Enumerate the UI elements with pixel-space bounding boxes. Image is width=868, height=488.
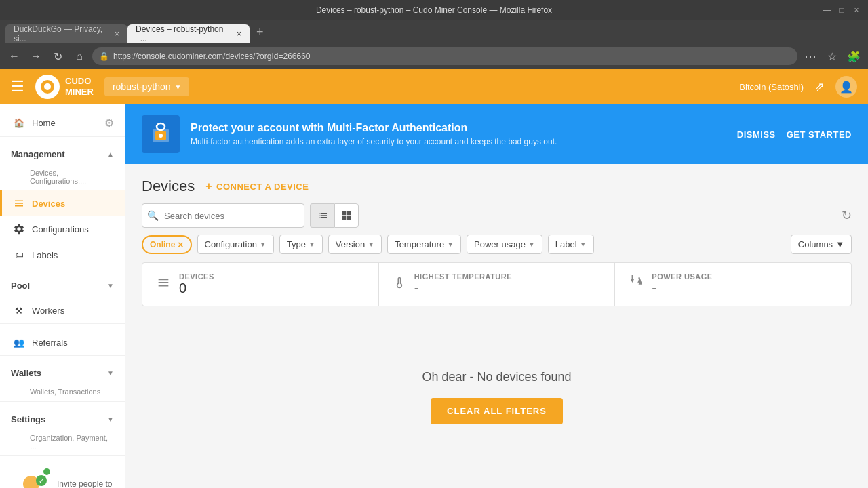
devices-stat-content: DEVICES 0 [179,272,214,296]
list-view-button[interactable] [310,203,334,228]
search-input[interactable] [142,203,304,228]
get-started-button[interactable]: GET STARTED [787,129,852,140]
wallets-expand[interactable]: Wallets ▼ [0,361,125,385]
sidebar-item-labels[interactable]: 🏷 Labels [0,242,125,268]
power-filter[interactable]: Power usage ▼ [467,235,542,254]
online-chip-label: Online [150,240,175,249]
home-button[interactable]: ⌂ [71,47,88,65]
tab-1-close[interactable]: × [115,29,119,39]
tab-2-label: Devices – robust-python –... [136,24,233,43]
currency-label: Bitcoin (Satoshi) [739,82,804,92]
search-icon: 🔍 [147,210,159,221]
temperature-stat-value: - [414,281,512,296]
devices-stat-value: 0 [179,281,214,296]
sidebar-item-configurations[interactable]: Configurations [0,216,125,242]
logo: CUDOMINER [35,75,94,99]
new-tab-button[interactable]: + [250,21,271,43]
sidebar-item-home[interactable]: 🏠 Home ⚙ [0,110,125,136]
clear-all-filters-button[interactable]: CLEAR ALL FILTERS [431,398,563,424]
bookmark-button[interactable]: ☆ [823,47,841,65]
temperature-filter[interactable]: Temperature ▼ [387,235,461,254]
address-input[interactable] [113,52,791,61]
menu-button[interactable]: ⋯ [802,47,819,65]
label-filter-label: Label [555,239,577,249]
connect-device-label: CONNECT A DEVICE [216,182,309,192]
refresh-button[interactable]: ↻ [842,208,852,223]
minimize-button[interactable]: — [822,5,831,15]
settings-expand[interactable]: Settings ▼ [0,407,125,431]
version-filter[interactable]: Version ▼ [328,235,382,254]
wallets-section: Wallets ▼ Wallets, Transactions [0,355,125,401]
empty-message: Oh dear - No devices found [422,370,571,384]
sidebar-workers-label: Workers [32,306,64,316]
type-filter[interactable]: Type ▼ [279,235,323,254]
temperature-stat-label: HIGHEST TEMPERATURE [414,272,512,281]
label-filter[interactable]: Label ▼ [548,235,594,254]
connect-device-button[interactable]: + CONNECT A DEVICE [205,180,309,192]
management-expand[interactable]: Management ▲ [0,142,125,166]
plus-icon: + [205,180,212,192]
labels-icon: 🏷 [13,249,25,261]
close-button[interactable]: × [852,5,861,15]
settings-gear-icon[interactable]: ⚙ [104,117,114,129]
mfa-banner: Protect your account with Multi-Factor A… [125,104,868,164]
refresh-button[interactable]: ↻ [49,47,66,65]
banner-title: Protect your account with Multi-Factor A… [191,122,726,134]
view-toggle [310,203,359,228]
main-content: Protect your account with Multi-Factor A… [125,104,868,488]
maximize-button[interactable]: □ [837,5,846,15]
browser-titlebar: Devices – robust-python – Cudo Miner Con… [0,0,868,20]
share-button[interactable]: ⇗ [814,79,825,94]
management-arrow-icon: ▲ [107,150,114,158]
referral-text: Invite people to Cudo Miner to earn [57,479,114,488]
pool-expand[interactable]: Pool ▼ [0,274,125,298]
online-chip-close[interactable]: × [178,239,183,250]
window-title: Devices – robust-python – Cudo Miner Con… [316,5,552,15]
sidebar-home-label: Home [32,118,56,128]
menu-icon[interactable]: ☰ [11,78,24,96]
filters-bar: 🔍 ↻ [125,203,868,262]
columns-label: Columns [798,239,833,249]
org-selector[interactable]: robust-python ▼ [104,77,190,96]
sidebar-item-devices[interactable]: Devices [0,190,125,216]
referral-widget[interactable]: ✓ Invite people to Cudo Miner to earn [0,455,125,488]
power-stat-content: POWER USAGE - [652,272,712,296]
banner-description: Multi-factor authentication adds an extr… [191,137,726,146]
svg-text:✓: ✓ [39,477,44,485]
power-stat: POWER USAGE - [615,263,851,306]
management-label: Management [11,149,64,159]
banner-actions: DISMISS GET STARTED [737,129,852,140]
dismiss-button[interactable]: DISMISS [737,129,776,140]
forward-button[interactable]: → [27,47,45,65]
grid-view-button[interactable] [334,203,359,228]
version-arrow-icon: ▼ [368,241,374,248]
extensions-button[interactable]: 🧩 [845,47,863,65]
user-avatar[interactable]: 👤 [835,76,857,98]
wallets-sub: Wallets, Transactions [0,385,125,401]
settings-arrow-icon: ▼ [107,415,114,423]
settings-sub: Organization, Payment, ... [0,431,125,455]
columns-button[interactable]: Columns ▼ [791,235,852,254]
browser-nav: ← → ↻ ⌂ 🔒 ⋯ ☆ 🧩 [0,43,868,69]
temperature-arrow-icon: ▼ [447,241,454,248]
type-filter-label: Type [287,239,306,249]
browser-tab-2[interactable]: Devices – robust-python –... × [127,24,250,43]
list-view-icon [317,210,328,221]
referrals-icon: 👥 [13,336,25,348]
banner-text: Protect your account with Multi-Factor A… [191,122,726,146]
browser-tab-1[interactable]: DuckDuckGo — Privacy, si... × [5,24,127,43]
tab-1-label: DuckDuckGo — Privacy, si... [14,24,111,43]
type-arrow-icon: ▼ [309,241,315,248]
wallets-arrow-icon: ▼ [107,369,114,377]
sidebar-item-referrals[interactable]: 👥 Referrals [0,329,125,355]
online-filter-chip[interactable]: Online × [142,235,192,254]
configuration-filter[interactable]: Configuration ▼ [197,235,274,254]
browser-tabs: DuckDuckGo — Privacy, si... × Devices – … [0,20,868,43]
management-section: Management ▲ Devices, Configurations,...… [0,136,125,268]
address-bar[interactable]: 🔒 [92,47,797,65]
sidebar: 🏠 Home ⚙ Management ▲ Devices, Configura… [0,104,125,488]
sidebar-item-workers[interactable]: ⚒ Workers [0,298,125,323]
back-button[interactable]: ← [5,47,23,65]
tab-2-close[interactable]: × [237,29,241,39]
pool-label: Pool [11,281,30,291]
